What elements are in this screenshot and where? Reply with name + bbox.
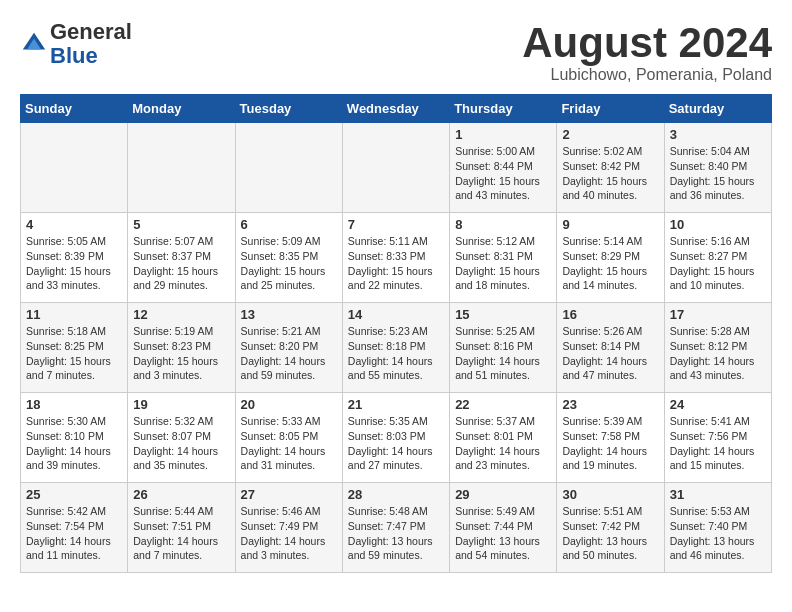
cell-details: Sunrise: 5:41 AM Sunset: 7:56 PM Dayligh… (670, 414, 766, 473)
cell-details: Sunrise: 5:30 AM Sunset: 8:10 PM Dayligh… (26, 414, 122, 473)
cell-details: Sunrise: 5:35 AM Sunset: 8:03 PM Dayligh… (348, 414, 444, 473)
cell-details: Sunrise: 5:28 AM Sunset: 8:12 PM Dayligh… (670, 324, 766, 383)
cell-details: Sunrise: 5:04 AM Sunset: 8:40 PM Dayligh… (670, 144, 766, 203)
day-number: 12 (133, 307, 229, 322)
calendar-cell: 31Sunrise: 5:53 AM Sunset: 7:40 PM Dayli… (664, 483, 771, 573)
cell-details: Sunrise: 5:44 AM Sunset: 7:51 PM Dayligh… (133, 504, 229, 563)
calendar-cell: 5Sunrise: 5:07 AM Sunset: 8:37 PM Daylig… (128, 213, 235, 303)
page-header: General Blue August 2024 Lubichowo, Pome… (20, 20, 772, 84)
day-number: 13 (241, 307, 337, 322)
location-subtitle: Lubichowo, Pomerania, Poland (522, 66, 772, 84)
day-number: 17 (670, 307, 766, 322)
cell-details: Sunrise: 5:21 AM Sunset: 8:20 PM Dayligh… (241, 324, 337, 383)
weekday-header: Wednesday (342, 95, 449, 123)
header-row: SundayMondayTuesdayWednesdayThursdayFrid… (21, 95, 772, 123)
day-number: 16 (562, 307, 658, 322)
cell-details: Sunrise: 5:12 AM Sunset: 8:31 PM Dayligh… (455, 234, 551, 293)
calendar-cell: 22Sunrise: 5:37 AM Sunset: 8:01 PM Dayli… (450, 393, 557, 483)
day-number: 24 (670, 397, 766, 412)
day-number: 21 (348, 397, 444, 412)
calendar-cell: 2Sunrise: 5:02 AM Sunset: 8:42 PM Daylig… (557, 123, 664, 213)
logo-general: General (50, 19, 132, 44)
calendar-cell: 23Sunrise: 5:39 AM Sunset: 7:58 PM Dayli… (557, 393, 664, 483)
calendar-cell: 30Sunrise: 5:51 AM Sunset: 7:42 PM Dayli… (557, 483, 664, 573)
calendar-cell: 12Sunrise: 5:19 AM Sunset: 8:23 PM Dayli… (128, 303, 235, 393)
calendar-week-row: 18Sunrise: 5:30 AM Sunset: 8:10 PM Dayli… (21, 393, 772, 483)
cell-details: Sunrise: 5:07 AM Sunset: 8:37 PM Dayligh… (133, 234, 229, 293)
day-number: 25 (26, 487, 122, 502)
day-number: 10 (670, 217, 766, 232)
calendar-cell: 9Sunrise: 5:14 AM Sunset: 8:29 PM Daylig… (557, 213, 664, 303)
calendar-cell: 4Sunrise: 5:05 AM Sunset: 8:39 PM Daylig… (21, 213, 128, 303)
day-number: 1 (455, 127, 551, 142)
day-number: 20 (241, 397, 337, 412)
weekday-header: Tuesday (235, 95, 342, 123)
calendar-cell: 6Sunrise: 5:09 AM Sunset: 8:35 PM Daylig… (235, 213, 342, 303)
calendar-cell: 17Sunrise: 5:28 AM Sunset: 8:12 PM Dayli… (664, 303, 771, 393)
cell-details: Sunrise: 5:05 AM Sunset: 8:39 PM Dayligh… (26, 234, 122, 293)
calendar-cell: 1Sunrise: 5:00 AM Sunset: 8:44 PM Daylig… (450, 123, 557, 213)
weekday-header: Monday (128, 95, 235, 123)
calendar-cell: 15Sunrise: 5:25 AM Sunset: 8:16 PM Dayli… (450, 303, 557, 393)
calendar-week-row: 4Sunrise: 5:05 AM Sunset: 8:39 PM Daylig… (21, 213, 772, 303)
day-number: 22 (455, 397, 551, 412)
calendar-cell: 26Sunrise: 5:44 AM Sunset: 7:51 PM Dayli… (128, 483, 235, 573)
calendar-cell: 29Sunrise: 5:49 AM Sunset: 7:44 PM Dayli… (450, 483, 557, 573)
day-number: 11 (26, 307, 122, 322)
calendar-header: SundayMondayTuesdayWednesdayThursdayFrid… (21, 95, 772, 123)
calendar-cell: 13Sunrise: 5:21 AM Sunset: 8:20 PM Dayli… (235, 303, 342, 393)
cell-details: Sunrise: 5:14 AM Sunset: 8:29 PM Dayligh… (562, 234, 658, 293)
day-number: 8 (455, 217, 551, 232)
title-block: August 2024 Lubichowo, Pomerania, Poland (522, 20, 772, 84)
cell-details: Sunrise: 5:02 AM Sunset: 8:42 PM Dayligh… (562, 144, 658, 203)
day-number: 7 (348, 217, 444, 232)
cell-details: Sunrise: 5:39 AM Sunset: 7:58 PM Dayligh… (562, 414, 658, 473)
calendar-cell: 7Sunrise: 5:11 AM Sunset: 8:33 PM Daylig… (342, 213, 449, 303)
calendar-cell (342, 123, 449, 213)
cell-details: Sunrise: 5:32 AM Sunset: 8:07 PM Dayligh… (133, 414, 229, 473)
weekday-header: Thursday (450, 95, 557, 123)
day-number: 28 (348, 487, 444, 502)
month-title: August 2024 (522, 20, 772, 66)
day-number: 30 (562, 487, 658, 502)
day-number: 14 (348, 307, 444, 322)
weekday-header: Friday (557, 95, 664, 123)
day-number: 26 (133, 487, 229, 502)
calendar-cell: 11Sunrise: 5:18 AM Sunset: 8:25 PM Dayli… (21, 303, 128, 393)
cell-details: Sunrise: 5:53 AM Sunset: 7:40 PM Dayligh… (670, 504, 766, 563)
cell-details: Sunrise: 5:23 AM Sunset: 8:18 PM Dayligh… (348, 324, 444, 383)
calendar-cell: 25Sunrise: 5:42 AM Sunset: 7:54 PM Dayli… (21, 483, 128, 573)
weekday-header: Saturday (664, 95, 771, 123)
cell-details: Sunrise: 5:25 AM Sunset: 8:16 PM Dayligh… (455, 324, 551, 383)
calendar-cell: 16Sunrise: 5:26 AM Sunset: 8:14 PM Dayli… (557, 303, 664, 393)
cell-details: Sunrise: 5:09 AM Sunset: 8:35 PM Dayligh… (241, 234, 337, 293)
cell-details: Sunrise: 5:18 AM Sunset: 8:25 PM Dayligh… (26, 324, 122, 383)
calendar-cell: 20Sunrise: 5:33 AM Sunset: 8:05 PM Dayli… (235, 393, 342, 483)
cell-details: Sunrise: 5:46 AM Sunset: 7:49 PM Dayligh… (241, 504, 337, 563)
calendar-cell: 19Sunrise: 5:32 AM Sunset: 8:07 PM Dayli… (128, 393, 235, 483)
calendar-cell: 10Sunrise: 5:16 AM Sunset: 8:27 PM Dayli… (664, 213, 771, 303)
day-number: 31 (670, 487, 766, 502)
cell-details: Sunrise: 5:33 AM Sunset: 8:05 PM Dayligh… (241, 414, 337, 473)
day-number: 29 (455, 487, 551, 502)
day-number: 18 (26, 397, 122, 412)
cell-details: Sunrise: 5:42 AM Sunset: 7:54 PM Dayligh… (26, 504, 122, 563)
calendar-cell: 24Sunrise: 5:41 AM Sunset: 7:56 PM Dayli… (664, 393, 771, 483)
calendar-cell (128, 123, 235, 213)
logo-blue: Blue (50, 43, 98, 68)
day-number: 23 (562, 397, 658, 412)
calendar-cell: 28Sunrise: 5:48 AM Sunset: 7:47 PM Dayli… (342, 483, 449, 573)
cell-details: Sunrise: 5:48 AM Sunset: 7:47 PM Dayligh… (348, 504, 444, 563)
cell-details: Sunrise: 5:51 AM Sunset: 7:42 PM Dayligh… (562, 504, 658, 563)
day-number: 19 (133, 397, 229, 412)
calendar-cell (235, 123, 342, 213)
day-number: 2 (562, 127, 658, 142)
logo-text: General Blue (50, 20, 132, 68)
calendar-table: SundayMondayTuesdayWednesdayThursdayFrid… (20, 94, 772, 573)
calendar-cell: 3Sunrise: 5:04 AM Sunset: 8:40 PM Daylig… (664, 123, 771, 213)
calendar-week-row: 11Sunrise: 5:18 AM Sunset: 8:25 PM Dayli… (21, 303, 772, 393)
day-number: 4 (26, 217, 122, 232)
day-number: 3 (670, 127, 766, 142)
calendar-cell (21, 123, 128, 213)
day-number: 5 (133, 217, 229, 232)
